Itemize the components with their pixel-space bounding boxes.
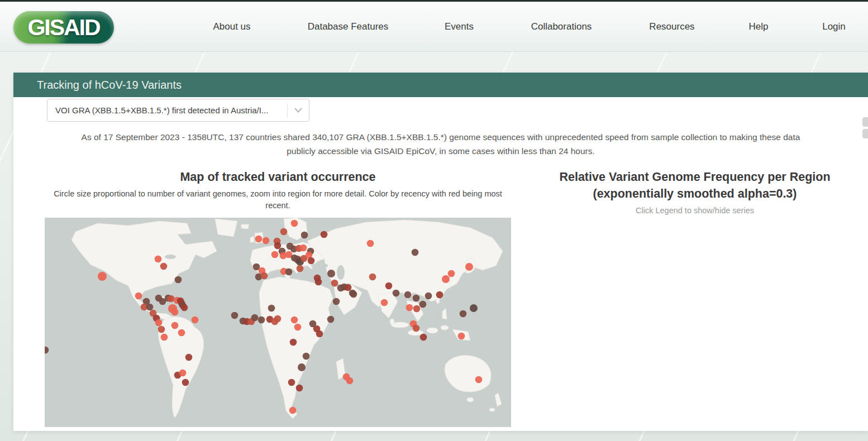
edge-widget-tab-top[interactable]	[862, 117, 868, 127]
map-title: Map of tracked variant occurrence	[45, 169, 511, 185]
edge-widget[interactable]	[862, 117, 868, 141]
gisaid-logo[interactable]: GISAID	[13, 11, 114, 44]
chart-title: Relative Variant Genome Frequency per Re…	[533, 169, 857, 202]
chart-subtitle: Click Legend to show/hide series	[533, 205, 857, 217]
edge-widget-tab-bottom[interactable]	[862, 129, 868, 138]
chevron-down-icon	[288, 108, 309, 113]
nav-item-collaborations[interactable]: Collaborations	[531, 21, 592, 32]
nav-item-help[interactable]: Help	[749, 21, 769, 32]
top-navigation: GISAID About us Database Features Events…	[0, 2, 868, 52]
variant-select[interactable]: VOI GRA (XBB.1.5+XBB.1.5.*) first detect…	[47, 99, 309, 122]
page: GISAID About us Database Features Events…	[0, 0, 868, 441]
world-map[interactable]	[45, 218, 511, 427]
chart-section: Relative Variant Genome Frequency per Re…	[533, 169, 857, 217]
nav-item-events[interactable]: Events	[445, 21, 474, 32]
content-panel: Tracking of hCoV-19 Variants VOI GRA (XB…	[13, 73, 868, 431]
panel-header: Tracking of hCoV-19 Variants	[13, 73, 868, 97]
summary-text-wrap: As of 17 September 2023 - 1358UTC, 137 c…	[13, 130, 868, 158]
map-section: Map of tracked variant occurrence Circle…	[45, 169, 511, 427]
nav-item-about-us[interactable]: About us	[213, 21, 250, 32]
page-title: Tracking of hCoV-19 Variants	[13, 79, 182, 92]
variant-select-value: VOI GRA (XBB.1.5+XBB.1.5.*) first detect…	[47, 106, 287, 115]
nav-item-resources[interactable]: Resources	[649, 21, 694, 32]
nav-item-login[interactable]: Login	[822, 21, 846, 32]
nav-item-database-features[interactable]: Database Features	[308, 21, 389, 32]
summary-text: As of 17 September 2023 - 1358UTC, 137 c…	[66, 130, 815, 158]
top-accent-strip	[0, 0, 868, 2]
map-subtitle: Circle size proportional to number of va…	[45, 188, 511, 212]
gisaid-logo-text: GISAID	[27, 15, 99, 41]
